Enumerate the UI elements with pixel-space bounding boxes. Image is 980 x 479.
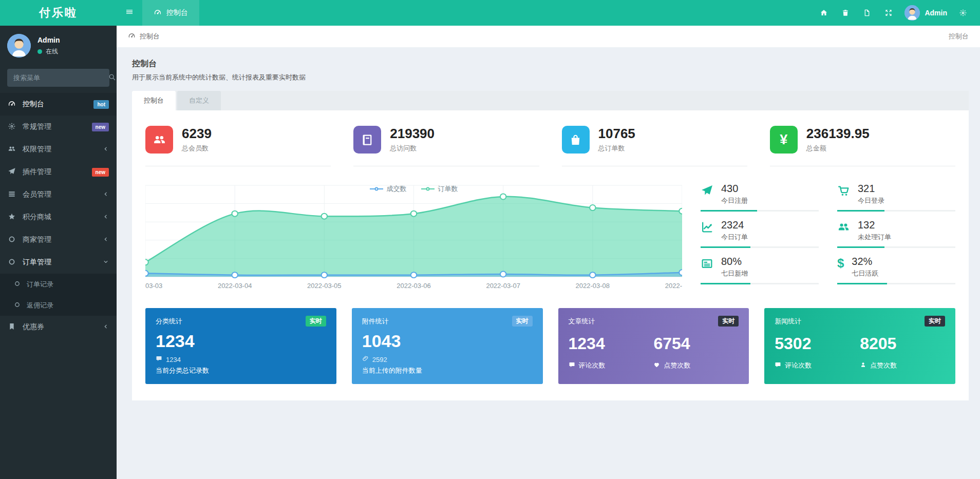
sidebar-subitem-order-records[interactable]: 订单记录 — [0, 274, 117, 295]
x-tick-label: 2022-03-07 — [486, 282, 520, 290]
topbar: 付乐啦 控制台 Admin — [0, 0, 980, 26]
list-icon — [8, 190, 16, 200]
page-subtitle: 用于展示当前系统中的统计数据、统计报表及重要实时数据 — [132, 73, 969, 82]
realtime-badge: 实时 — [925, 316, 945, 327]
star-icon — [8, 213, 16, 222]
chart-legend: 成交数订单数 — [145, 184, 682, 194]
bookmark-icon — [8, 322, 16, 332]
hot-badge: hot — [93, 100, 109, 109]
chevron-down-icon — [103, 258, 109, 266]
sidebar-user-panel: Admin 在线 — [0, 26, 117, 65]
fullscreen-icon[interactable] — [878, 0, 899, 26]
online-dot — [37, 49, 42, 54]
x-tick-label: 2022-03-06 — [397, 282, 431, 290]
summary-cards: 分类统计实时 1234 1234 当前分类总记录数 附件统计实时 1043 25… — [145, 308, 955, 384]
kpi-unprocessed-orders: 132未处理订单 — [837, 219, 955, 248]
page-title: 控制台 — [132, 59, 969, 69]
progress-bar — [701, 210, 819, 212]
side-stats: 430今日注册 321今日登录 2324今日订单 — [682, 183, 955, 293]
circle-icon — [8, 235, 16, 245]
orders-area-chart: 成交数订单数 03-032022-03-042022-03-052022-03-… — [145, 183, 682, 293]
comment-icon — [156, 355, 162, 363]
document-icon[interactable] — [856, 0, 878, 26]
avatar[interactable] — [7, 34, 31, 58]
sidebar-item-plugins[interactable]: 插件管理 new — [0, 161, 117, 183]
card-article-stats[interactable]: 文章统计实时 1234 评论次数 6754 点赞次数 — [558, 308, 749, 384]
stat-total-orders: 10765总订单数 — [562, 126, 747, 166]
x-tick-label: 2022-03-05 — [307, 282, 342, 290]
sidebar-item-members[interactable]: 会员管理 — [0, 183, 117, 206]
users-icon — [145, 126, 173, 154]
book-icon — [353, 126, 381, 154]
comment-icon — [775, 361, 781, 370]
card-attachment-stats[interactable]: 附件统计实时 1043 2592 当前上传的附件数量 — [352, 308, 543, 384]
kpi-today-registered: 430今日注册 — [701, 183, 819, 212]
trash-icon[interactable] — [835, 0, 856, 26]
user-menu[interactable]: Admin — [899, 5, 952, 21]
realtime-badge: 实时 — [718, 316, 739, 327]
breadcrumb-location[interactable]: 控制台 — [140, 32, 160, 41]
settings-gears-icon[interactable] — [952, 0, 974, 26]
legend-item[interactable]: 成交数 — [370, 184, 407, 194]
stat-total-visits: 219390总访问数 — [353, 126, 539, 166]
chart-plot — [145, 183, 682, 278]
yen-icon: ¥ — [770, 126, 798, 154]
sidebar-item-orders[interactable]: 订单管理 — [0, 251, 117, 274]
hamburger-icon — [125, 8, 134, 18]
x-tick-label: 03-03 — [145, 282, 162, 290]
sidebar-toggle-button[interactable] — [117, 0, 142, 26]
breadcrumb: 控制台 控制台 — [117, 26, 980, 47]
stats-row: 6239总会员数 219390总访问数 10765总订单数 ¥ 236139.9… — [145, 126, 955, 166]
circle-icon — [8, 258, 16, 267]
app-logo[interactable]: 付乐啦 — [0, 0, 117, 26]
tab-custom[interactable]: 自定义 — [177, 91, 221, 110]
topbar-actions: Admin — [813, 0, 980, 26]
topbar-tab-dashboard[interactable]: 控制台 — [142, 0, 199, 26]
x-tick-label: 2022-03-09 — [665, 282, 682, 290]
sidebar-item-general[interactable]: 常规管理 new — [0, 116, 117, 138]
dollar-icon: $ — [837, 257, 844, 278]
x-tick-label: 2022-03-04 — [218, 282, 252, 290]
dashboard-panel: 6239总会员数 219390总访问数 10765总订单数 ¥ 236139.9… — [132, 110, 969, 400]
card-news-stats[interactable]: 新闻统计实时 5302 评论次数 8205 点赞次数 — [764, 308, 955, 384]
sidebar: Admin 在线 控制台 hot 常规管理 new 权限管理 插件管理 new — [0, 26, 117, 479]
sidebar-item-dashboard[interactable]: 控制台 hot — [0, 93, 117, 116]
sidebar-item-merchants[interactable]: 商家管理 — [0, 228, 117, 251]
card-category-stats[interactable]: 分类统计实时 1234 1234 当前分类总记录数 — [145, 308, 336, 384]
sidebar-subitem-commission-records[interactable]: 返佣记录 — [0, 295, 117, 316]
tachometer-icon — [8, 100, 16, 109]
avatar — [904, 5, 920, 21]
user-icon — [860, 361, 866, 370]
users-icon — [8, 145, 16, 155]
chevron-left-icon — [103, 323, 109, 331]
rocket-icon — [8, 167, 16, 177]
tachometer-icon — [128, 32, 136, 41]
new-badge: new — [92, 123, 109, 131]
sidebar-user-name: Admin — [37, 36, 60, 44]
sidebar-item-coupons[interactable]: 优惠券 — [0, 316, 117, 338]
legend-item[interactable]: 订单数 — [421, 184, 458, 194]
home-icon[interactable] — [813, 0, 835, 26]
chevron-left-icon — [103, 236, 109, 244]
chevron-left-icon — [103, 190, 109, 199]
chart-x-axis: 03-032022-03-042022-03-052022-03-062022-… — [145, 282, 682, 293]
sidebar-item-points-mall[interactable]: 积分商城 — [0, 206, 117, 228]
tab-dashboard[interactable]: 控制台 — [132, 91, 176, 110]
chart-line-icon — [701, 221, 713, 242]
realtime-badge: 实时 — [306, 316, 326, 327]
sidebar-search — [7, 69, 109, 87]
cart-icon — [837, 184, 850, 205]
search-input[interactable] — [13, 74, 104, 82]
progress-bar — [701, 246, 819, 248]
content: 控制台 用于展示当前系统中的统计数据、统计报表及重要实时数据 控制台 自定义 6… — [117, 47, 980, 400]
topbar-tab-label: 控制台 — [166, 8, 188, 17]
attachment-icon — [362, 355, 369, 363]
x-tick-label: 2022-03-08 — [576, 282, 610, 290]
chevron-left-icon — [103, 213, 109, 221]
search-icon[interactable] — [108, 73, 116, 83]
orders-submenu: 订单记录 返佣记录 — [0, 274, 117, 316]
kpi-week-new: 80%七日新增 — [701, 256, 819, 284]
sidebar-item-permissions[interactable]: 权限管理 — [0, 138, 117, 161]
middle-row: 成交数订单数 03-032022-03-042022-03-052022-03-… — [145, 183, 955, 293]
content-tabs: 控制台 自定义 — [132, 91, 969, 110]
